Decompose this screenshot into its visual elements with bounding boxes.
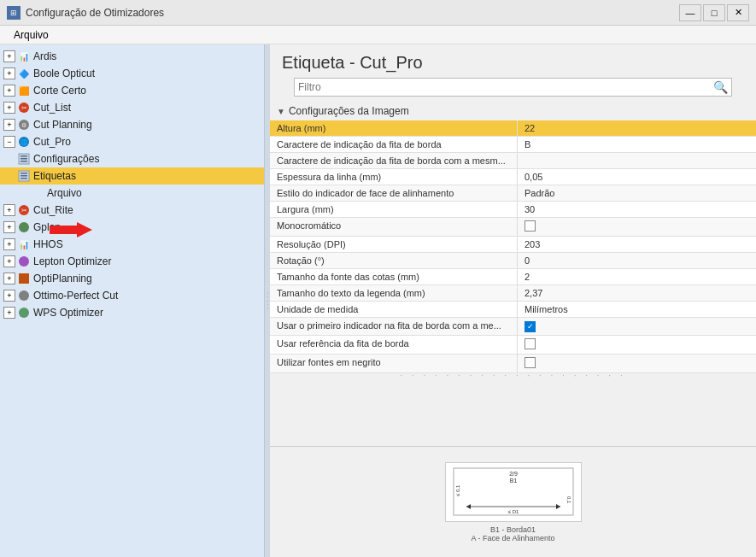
menu-arquivo[interactable]: Arquivo [5, 27, 57, 43]
gplan-icon [17, 220, 31, 234]
app-icon: ⊞ [7, 6, 21, 20]
svg-point-20 [19, 290, 29, 301]
sidebar-item-cutpro-etiquetas[interactable]: Etiquetas [0, 167, 264, 185]
prop-row-usar-ref[interactable]: Usar referência da fita de borda [270, 336, 756, 355]
svg-text:✂: ✂ [21, 104, 27, 112]
cutlist-icon: ✂ [17, 101, 31, 114]
menu-bar: Arquivo [0, 26, 756, 44]
hhos-icon: 📊 [17, 237, 31, 251]
prop-row-largura[interactable]: Largura (mm) 30 [270, 202, 756, 218]
search-icon: 🔍 [713, 80, 728, 94]
mono-checkbox[interactable] [525, 220, 536, 232]
preview-label2: A - Face de Alinhamento [471, 534, 554, 542]
red-arrow-indicator [50, 222, 92, 240]
sidebar-item-cutplanning[interactable]: + ⚙ Cut Planning [0, 116, 264, 133]
sidebar-item-ottimo[interactable]: + Ottimo-Perfect Cut [0, 287, 264, 304]
prop-row-caract2[interactable]: Caractere de indicação da fita de borda … [270, 153, 756, 169]
cutplanning-icon: ⚙ [17, 118, 31, 132]
sidebar-item-cutpro-arquivo[interactable]: Arquivo [0, 185, 264, 202]
sidebar-item-cutrite[interactable]: + ✂ Cut_Rite [0, 202, 264, 219]
preview-label1: B1 - Borda01 [471, 525, 554, 534]
filter-input[interactable] [298, 81, 713, 93]
svg-point-18 [19, 256, 29, 267]
sidebar-item-cutpro[interactable]: − 🌐 Cut_Pro [0, 133, 264, 150]
svg-marker-0 [50, 222, 92, 237]
svg-text:✂: ✂ [21, 207, 27, 214]
ardis-icon: 📊 [17, 50, 31, 63]
optiplanning-icon [17, 272, 31, 285]
sidebar-item-cutpro-config[interactable]: Configurações [0, 150, 264, 167]
sidebar-item-ardis[interactable]: + 📊 Ardis [0, 48, 264, 65]
svg-text:🌐: 🌐 [21, 138, 28, 146]
usar-primeiro-checkbox[interactable]: ✓ [525, 321, 536, 332]
prop-row-mono[interactable]: Monocromático [270, 218, 756, 237]
svg-point-17 [19, 222, 29, 232]
section-collapse-icon: ▼ [277, 107, 285, 116]
content-area: Etiqueta - Cut_Pro 🔍 ▼ Configurações da … [270, 44, 756, 557]
sidebar: + 📊 Ardis + 🔷 Boole Opticut + 🟧 Corte Ce… [0, 44, 265, 557]
svg-rect-13 [21, 175, 27, 177]
prop-row-caract1[interactable]: Caractere de indicação da fita de borda … [270, 137, 756, 153]
corte-icon: 🟧 [17, 84, 31, 97]
minimize-button[interactable]: — [679, 4, 701, 21]
preview-area: 2/9 B1 ≤ 0,1 0,1 ≤ D1 B1 - Borda01 A - F… [270, 446, 756, 557]
svg-text:2/9: 2/9 [509, 471, 518, 477]
utilizar-checkbox[interactable] [525, 357, 536, 368]
config-icon [17, 152, 31, 166]
usar-ref-checkbox[interactable] [525, 338, 536, 349]
sidebar-item-hhos[interactable]: + 📊 HHOS [0, 236, 264, 253]
prop-row-tam-fonte[interactable]: Tamanho da fonte das cotas (mm) 2 [270, 269, 756, 285]
svg-rect-19 [19, 273, 29, 284]
svg-text:0,1: 0,1 [566, 496, 571, 504]
boole-icon: 🔷 [17, 67, 31, 80]
page-title: Etiqueta - Cut_Pro [282, 53, 744, 73]
prop-row-utilizar[interactable]: Utilizar fontes em negrito [270, 355, 756, 373]
sidebar-item-gplan[interactable]: + Gplan [0, 219, 264, 236]
wps-icon [17, 306, 31, 320]
sidebar-item-cutlist[interactable]: + ✂ Cut_List [0, 99, 264, 116]
etiquetas-icon [17, 169, 31, 183]
prop-row-usar-primeiro[interactable]: Usar o primeiro indicador na fita de bor… [270, 318, 756, 336]
svg-point-21 [19, 308, 29, 318]
preview-box: 2/9 B1 ≤ 0,1 0,1 ≤ D1 [445, 462, 582, 522]
svg-rect-10 [21, 161, 27, 162]
prop-row-resolucao[interactable]: Resolução (DPI) 203 [270, 237, 756, 253]
sidebar-item-corte[interactable]: + 🟧 Corte Certo [0, 82, 264, 99]
maximize-button[interactable]: □ [703, 4, 725, 21]
svg-text:⚙: ⚙ [21, 122, 26, 128]
ottimo-icon [17, 289, 31, 302]
prop-row-estilo[interactable]: Estilo do indicador de face de alinhamen… [270, 185, 756, 202]
app-title: Configuração de Otimizadores [26, 7, 164, 19]
section-header[interactable]: ▼ Configurações da Imagem [270, 102, 756, 120]
svg-text:≤ 0,1: ≤ 0,1 [455, 484, 460, 496]
prop-row-unidade[interactable]: Unidade de medida Milímetros [270, 302, 756, 318]
cutrite-icon: ✂ [17, 203, 31, 217]
properties-table: Altura (mm) 22 Caractere de indicação da… [270, 120, 756, 373]
cutpro-icon: 🌐 [17, 135, 31, 149]
svg-rect-9 [21, 158, 27, 160]
svg-rect-12 [21, 173, 27, 174]
dotted-divider: · · · · · · · · · · · · · · · · · · · · [270, 373, 756, 378]
sidebar-item-optiplanning[interactable]: + OptiPlanning [0, 270, 264, 287]
prop-row-tam-texto[interactable]: Tamanho do texto da legenda (mm) 2,37 [270, 285, 756, 302]
sidebar-item-wps[interactable]: + WPS Optimizer [0, 304, 264, 321]
close-button[interactable]: ✕ [727, 4, 749, 21]
arquivo-icon [31, 186, 44, 200]
svg-rect-8 [21, 155, 27, 157]
sidebar-item-lepton[interactable]: + Lepton Optimizer [0, 253, 264, 270]
svg-text:≤ D1: ≤ D1 [507, 509, 519, 514]
filter-bar: 🔍 [294, 78, 732, 97]
prop-row-rotacao[interactable]: Rotação (°) 0 [270, 253, 756, 269]
svg-rect-14 [21, 178, 27, 179]
prop-row-espessura[interactable]: Espessura da linha (mm) 0,05 [270, 169, 756, 185]
lepton-icon [17, 255, 31, 268]
svg-text:B1: B1 [509, 478, 517, 484]
sidebar-item-boole[interactable]: + 🔷 Boole Opticut [0, 65, 264, 82]
title-bar: ⊞ Configuração de Otimizadores — □ ✕ [0, 0, 756, 26]
prop-row-altura[interactable]: Altura (mm) 22 [270, 120, 756, 137]
section-title: Configurações da Imagem [289, 105, 409, 117]
